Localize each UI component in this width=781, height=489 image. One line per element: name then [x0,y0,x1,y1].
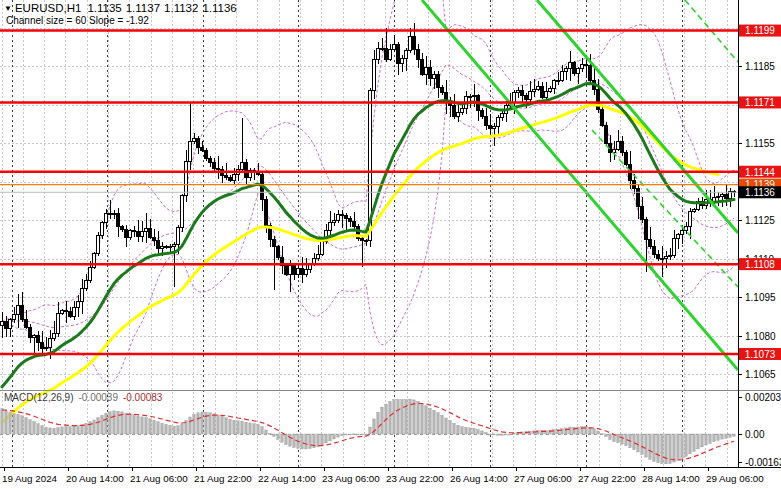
bull-candle [537,86,540,89]
macd-histogram-bar [269,433,271,434]
macd-histogram-bar [261,427,263,434]
time-label: 20 Aug 14:00 [66,473,124,484]
macd-histogram-bar [177,426,179,434]
chart-window: 1.11851.11551.11251.11101.10951.10801.10… [0,0,781,489]
macd-histogram-bar [57,428,59,434]
price-tick-label: 1.1125 [745,215,775,226]
bull-candle [473,96,476,97]
bull-candle [365,240,368,241]
macd-histogram-bar [713,434,715,442]
bear-candle [121,227,124,230]
macd-histogram-bar [13,414,15,434]
bull-candle [721,194,724,197]
macd-histogram-bar [689,434,691,454]
bear-candle [197,139,200,148]
bear-candle [361,238,364,240]
bear-candle [413,37,416,50]
macd-histogram-bar [125,413,127,434]
macd-histogram-bar [53,428,55,434]
channel-info-label: Channel size = 60 Slope = -1.92 [6,15,149,26]
macd-histogram-bar [37,423,39,434]
bull-candle [161,246,164,248]
macd-histogram-bar [5,411,7,434]
symbol-quote-line: ▼EURUSD,H11.11351.11371.11321.1136 [4,2,241,14]
macd-histogram-bar [109,412,111,434]
bull-candle [693,210,696,212]
macd-histogram-bar [349,434,351,435]
macd-histogram-bar [245,422,247,434]
bull-candle [685,226,688,230]
candlestick-chart-canvas[interactable]: 1.11851.11551.11251.11101.10951.10801.10… [0,0,781,489]
macd-histogram-bar [73,426,75,434]
bull-candle [469,96,472,97]
price-level-badge-label: 1.1108 [745,259,775,270]
price-axis[interactable]: 1.11851.11551.11251.11101.10951.10801.10… [738,25,781,468]
macd-histogram-bar [61,427,63,434]
macd-histogram-bar [425,406,427,434]
bull-candle [377,48,380,59]
macd-histogram-bar [41,425,43,434]
macd-histogram-bar [325,434,327,443]
bull-candle [577,69,580,74]
bear-candle [217,168,220,169]
macd-histogram-bar [597,431,599,434]
bear-candle [285,266,288,274]
macd-histogram-bar [561,429,563,434]
macd-histogram-bar [457,425,459,434]
macd-histogram-bar [673,434,675,462]
bear-candle [117,213,120,227]
macd-histogram-bar [621,434,623,444]
time-label: 27 Aug 06:00 [514,473,572,484]
bull-candle [141,231,144,236]
bear-candle [293,265,296,275]
macd-histogram-bar [565,428,567,434]
macd-histogram-bar [377,412,379,434]
macd-histogram-bar [281,434,283,442]
bull-candle [401,58,404,63]
macd-histogram-bar [181,424,183,434]
macd-histogram-bar [617,434,619,443]
bear-candle [437,74,440,87]
macd-histogram-bar [153,420,155,434]
bull-candle [581,64,584,69]
macd-histogram-bar [677,434,679,460]
bull-candle [461,109,464,113]
bear-candle [657,255,660,259]
bull-candle [321,241,324,254]
macd-histogram-bar [69,427,71,434]
macd-histogram-bar [449,420,451,434]
macd-histogram-bar [25,418,27,434]
bear-candle [349,218,352,221]
price-level-badge-label: 1.1171 [745,97,775,108]
bull-candle [17,306,20,315]
macd-histogram-bar [501,434,503,435]
price-tick-label: 1.1065 [745,369,776,380]
bull-candle [565,68,568,71]
bull-candle [669,256,672,257]
bull-candle [73,307,76,316]
bear-candle [345,215,348,218]
quote-open: 1.1135 [87,2,121,14]
macd-histogram-bar [593,429,595,434]
macd-histogram-bar [601,434,603,435]
bull-candle [393,45,396,50]
bear-candle [5,322,8,329]
price-level-badge-label: 1.1136 [745,187,775,198]
bull-candle [533,89,536,92]
bull-candle [85,281,88,288]
macd-histogram-bar [277,434,279,439]
macd-histogram-bar [473,428,475,434]
bear-candle [353,221,356,227]
macd-histogram-bar [221,416,223,434]
bear-candle [621,142,624,152]
time-axis[interactable]: 19 Aug 202420 Aug 14:0021 Aug 06:0021 Au… [2,467,764,484]
bull-candle [13,315,16,320]
bear-candle [589,66,592,81]
macd-histogram-bar [733,434,735,436]
macd-histogram-bar [353,434,355,435]
bear-candle [165,246,168,247]
macd-histogram-bar [705,434,707,445]
macd-histogram-bar [641,434,643,454]
bear-candle [417,49,420,60]
macd-histogram-bar [249,423,251,434]
